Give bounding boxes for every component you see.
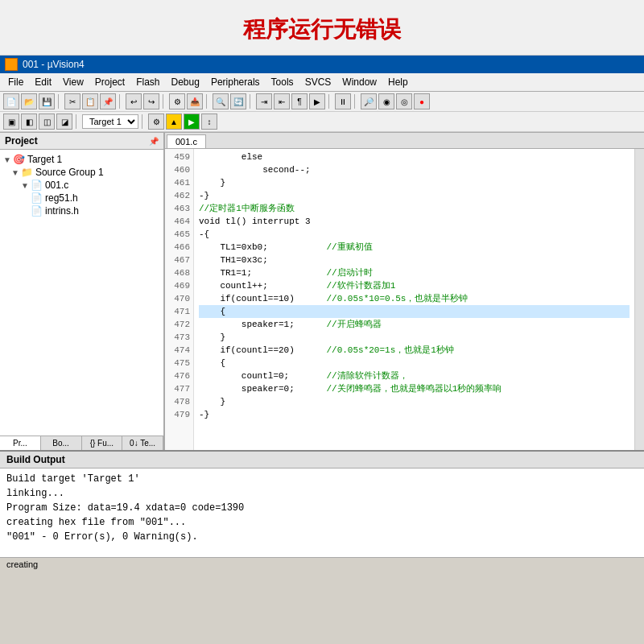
sep2 — [119, 94, 122, 109]
cut-btn[interactable]: ✂ — [64, 93, 80, 109]
project-title: Project — [5, 135, 38, 147]
folder-icon: 📁 — [21, 167, 33, 178]
main-file-label: 001.c — [45, 180, 68, 191]
ptab-functions[interactable]: {} Fu... — [82, 436, 123, 450]
t2-sep2 — [142, 114, 145, 129]
ptab-templates[interactable]: 0↓ Te... — [122, 436, 163, 450]
run-btn[interactable]: ▶ — [309, 93, 325, 109]
code-content[interactable]: else second--; }-}//定时器1中断服务函数void tl() … — [194, 149, 634, 450]
menu-item-window[interactable]: Window — [337, 75, 382, 89]
outdent-btn[interactable]: ⇤ — [274, 93, 290, 109]
header-icon-1: 📄 — [31, 192, 43, 204]
copy-btn[interactable]: 📋 — [82, 93, 98, 109]
editor-tab-001c[interactable]: 001.c — [167, 134, 206, 148]
build-line: Build target 'Target 1' — [6, 472, 638, 486]
t2-btn7[interactable]: ▶ — [184, 114, 200, 130]
save-btn[interactable]: 💾 — [39, 93, 55, 109]
header-icon-2: 📄 — [31, 205, 43, 217]
toolbar1: 📄 📂 💾 ✂ 📋 📌 ↩ ↪ ⚙ 📥 🔍 🔄 ⇥ ⇤ ¶ ▶ ⏸ 🔎 ◉ ◎ … — [0, 92, 644, 112]
tree-target[interactable]: ▼ 🎯 Target 1 — [2, 153, 162, 166]
menu-item-flash[interactable]: Flash — [131, 75, 164, 89]
project-tree: ▼ 🎯 Target 1 ▼ 📁 Source Group 1 ▼ 📄 001.… — [0, 150, 163, 436]
target-dropdown[interactable]: Target 1 — [82, 114, 138, 129]
code-container: 4594604614624634644654664674684694704714… — [165, 149, 644, 450]
build-line: "001" - 0 Error(s), 0 Warning(s). — [6, 530, 638, 544]
build-btn[interactable]: ⚙ — [169, 93, 185, 109]
title-area: 程序运行无错误 — [0, 0, 644, 56]
undo-btn[interactable]: ↩ — [126, 93, 142, 109]
toolbar2: ▣ ◧ ◫ ◪ Target 1 ⚙ ▲ ▶ ↕ — [0, 112, 644, 132]
line-numbers: 4594604614624634644654664674684694704714… — [165, 149, 194, 450]
load-btn[interactable]: 📥 — [187, 93, 203, 109]
build-line: linking... — [6, 486, 638, 501]
redo-btn[interactable]: ↪ — [143, 93, 159, 109]
editor-area: 001.c 4594604614624634644654664674684694… — [165, 133, 644, 450]
sep1 — [58, 94, 61, 109]
editor-tab-label: 001.c — [175, 137, 197, 147]
search-btn[interactable]: 🔍 — [213, 93, 229, 109]
ptab-project[interactable]: Pr... — [0, 436, 41, 450]
menu-item-svcs[interactable]: SVCS — [300, 75, 336, 89]
stop-btn[interactable]: ⏸ — [335, 93, 351, 109]
menu-item-peripherals[interactable]: Peripherals — [206, 75, 265, 89]
replace-btn[interactable]: 🔄 — [230, 93, 246, 109]
t2-btn4[interactable]: ◪ — [56, 114, 72, 130]
project-tabs: Pr... Bo... {} Fu... 0↓ Te... — [0, 436, 163, 450]
main-title: 程序运行无错误 — [0, 14, 644, 45]
menu-item-tools[interactable]: Tools — [266, 75, 299, 89]
tree-source-group[interactable]: ▼ 📁 Source Group 1 — [2, 166, 162, 179]
t2-btn8[interactable]: ↕ — [201, 114, 217, 130]
c-file-icon: 📄 — [31, 180, 43, 191]
intrins-label: intrins.h — [45, 205, 79, 217]
build-output-content: Build target 'Target 1'linking...Program… — [0, 469, 644, 557]
open-btn[interactable]: 📂 — [21, 93, 37, 109]
zoom-btn[interactable]: 🔎 — [361, 93, 377, 109]
sep6 — [328, 94, 332, 109]
ptab-books[interactable]: Bo... — [41, 436, 82, 450]
new-btn[interactable]: 📄 — [3, 93, 19, 109]
indent-btn[interactable]: ⇥ — [256, 93, 272, 109]
sep7 — [354, 94, 357, 109]
extra-btn3[interactable]: ● — [414, 93, 430, 109]
editor-scrollbar[interactable] — [634, 149, 644, 450]
window-title: 001 - µVision4 — [23, 59, 85, 70]
target-icon: 🎯 — [13, 154, 25, 165]
tree-main-file[interactable]: ▼ 📄 001.c — [2, 179, 162, 192]
project-panel: Project 📌 ▼ 🎯 Target 1 ▼ 📁 Source Group … — [0, 133, 165, 450]
t2-btn6[interactable]: ▲ — [166, 114, 182, 130]
group-expand-icon: ▼ — [11, 168, 19, 177]
format-btn[interactable]: ¶ — [291, 93, 308, 109]
status-text: creating — [6, 559, 38, 569]
main-layout: Project 📌 ▼ 🎯 Target 1 ▼ 📁 Source Group … — [0, 132, 644, 450]
extra-btn2[interactable]: ◎ — [396, 93, 412, 109]
menubar: FileEditViewProjectFlashDebugPeripherals… — [0, 73, 644, 92]
sep3 — [163, 94, 166, 109]
target-expand-icon: ▼ — [3, 155, 11, 164]
paste-btn[interactable]: 📌 — [100, 93, 116, 109]
tree-reg51[interactable]: 📄 reg51.h — [2, 192, 162, 204]
project-pin-icon[interactable]: 📌 — [149, 137, 159, 146]
project-header: Project 📌 — [0, 133, 163, 150]
reg51-label: reg51.h — [45, 192, 78, 204]
build-output-header: Build Output — [0, 450, 644, 469]
menu-item-help[interactable]: Help — [383, 75, 413, 89]
extra-btn1[interactable]: ◉ — [378, 93, 394, 109]
tree-intrins[interactable]: 📄 intrins.h — [2, 204, 162, 217]
file-expand-icon: ▼ — [21, 181, 29, 190]
app-icon — [5, 58, 18, 71]
t2-btn2[interactable]: ◧ — [21, 114, 37, 130]
sep5 — [250, 94, 253, 109]
editor-tabs: 001.c — [165, 133, 644, 149]
build-line: creating hex file from "001"... — [6, 515, 638, 530]
t2-btn1[interactable]: ▣ — [3, 114, 19, 130]
menu-item-project[interactable]: Project — [90, 75, 130, 89]
menu-item-debug[interactable]: Debug — [167, 75, 204, 89]
menu-item-edit[interactable]: Edit — [30, 75, 56, 89]
menu-item-file[interactable]: File — [3, 75, 28, 89]
t2-btn5[interactable]: ⚙ — [148, 114, 164, 130]
window-titlebar: 001 - µVision4 — [0, 56, 644, 73]
build-output-title: Build Output — [6, 454, 65, 465]
t2-btn3[interactable]: ◫ — [39, 114, 55, 130]
sep4 — [206, 94, 209, 109]
menu-item-view[interactable]: View — [58, 75, 89, 89]
